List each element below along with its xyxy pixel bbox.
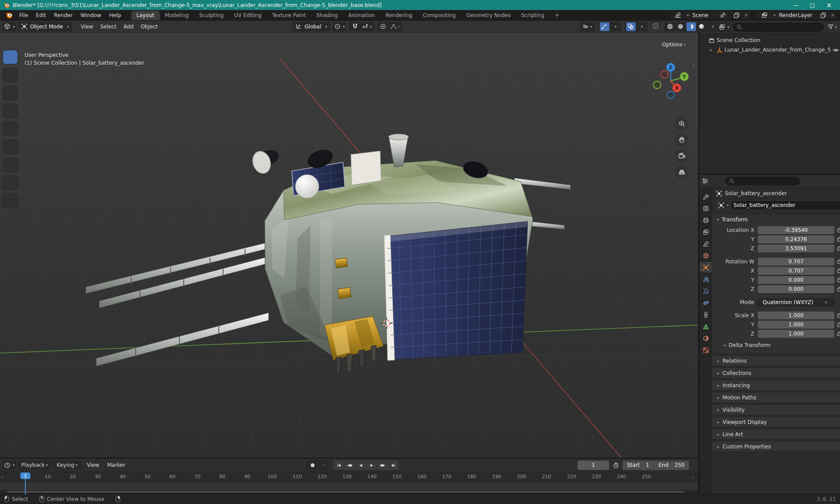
shading-dropdown[interactable]: ▾ [707, 22, 717, 31]
breadcrumb-object-name[interactable]: Solar_battery_ascender [725, 190, 787, 196]
properties-tab[interactable] [700, 321, 712, 332]
keying-menu[interactable]: Keying▾ [53, 461, 81, 470]
tool-button[interactable] [3, 104, 18, 118]
playback-menu[interactable]: Playback▾ [18, 461, 52, 470]
lock-icon[interactable] [834, 227, 840, 233]
tool-button[interactable] [3, 50, 18, 64]
remove-icon[interactable]: × [831, 12, 835, 18]
transform-value-field[interactable]: Quaternion (WXYZ)▾ [758, 298, 834, 306]
workspace-tab[interactable]: Compositing [417, 11, 461, 20]
blender-menu-logo-icon[interactable] [5, 11, 13, 19]
end-frame-field[interactable]: End250 [654, 462, 689, 468]
transform-value-field[interactable]: 3.53091▾ [758, 245, 834, 252]
auto-key-toggle[interactable] [308, 461, 317, 469]
timeline-view-menu[interactable]: View [83, 462, 103, 468]
snap-toggle[interactable] [350, 22, 360, 31]
transform-value-field[interactable]: 1.000▾ [758, 330, 834, 338]
tool-button[interactable] [3, 140, 18, 154]
properties-search-input[interactable] [725, 177, 800, 186]
properties-section-header[interactable]: ▸ Line Art ∷∷ [712, 429, 840, 440]
object-name-field[interactable]: Solar_battery_ascender [731, 200, 840, 210]
tool-button[interactable] [3, 68, 18, 82]
properties-tab[interactable] [700, 250, 712, 261]
properties-tab[interactable] [700, 309, 712, 320]
playhead[interactable]: 1 [25, 473, 26, 494]
mode-selector[interactable]: Object Mode ▾ [18, 22, 72, 32]
ruler-expand-left[interactable]: › [1, 474, 3, 480]
tool-button[interactable] [3, 158, 18, 172]
transport-button[interactable]: ◀◆ [344, 460, 355, 470]
transform-value-field[interactable]: 0.000▾ [758, 285, 834, 293]
app-menu-item[interactable]: Help [105, 10, 125, 20]
zoom-button[interactable] [675, 117, 688, 130]
navigation-gizmo[interactable]: Z Y X [651, 62, 691, 102]
transform-value-field[interactable]: 0.000▾ [758, 276, 834, 284]
timeline-marker-menu[interactable]: Marker [103, 462, 129, 468]
outliner-display-mode[interactable]: ▾ [718, 22, 731, 32]
properties-editor-icon[interactable] [702, 178, 708, 184]
selectability-dropdown[interactable]: ▾ [581, 22, 594, 31]
tool-button[interactable] [3, 194, 18, 207]
properties-tab[interactable] [700, 238, 712, 249]
timeline-editor-type[interactable]: ▾ [3, 460, 16, 470]
snap-settings[interactable]: ▾ [360, 22, 373, 31]
falloff-selector[interactable]: ▾ [389, 22, 402, 31]
maximize-button[interactable]: □ [805, 0, 820, 10]
show-overlays-toggle[interactable] [626, 22, 636, 31]
properties-section-header[interactable]: ▸ Viewport Display ∷∷ [712, 416, 840, 427]
pan-button[interactable] [675, 133, 688, 146]
shading-rendered-button[interactable] [697, 22, 707, 31]
scene-selector[interactable]: ▾ Scene × [669, 11, 751, 20]
editor-type-selector[interactable]: ▾ [3, 22, 16, 32]
close-button[interactable]: × [822, 0, 836, 10]
overlays-dropdown[interactable]: ▾ [637, 22, 646, 31]
tool-button[interactable] [3, 86, 18, 100]
lock-icon[interactable] [834, 259, 840, 264]
app-menu-item[interactable]: Edit [32, 10, 50, 20]
properties-section-header[interactable]: ▸ Collections ∷∷ [712, 368, 840, 378]
pin-icon[interactable] [720, 12, 726, 18]
outliner-item-label[interactable]: Scene Collection [717, 37, 840, 43]
viewport-menu-item[interactable]: Select [97, 24, 120, 30]
properties-section-header[interactable]: ▸ Custom Properties ∷∷ [712, 441, 840, 452]
lock-icon[interactable] [834, 236, 840, 242]
transform-value-field[interactable]: 0.707▾ [758, 267, 834, 275]
transform-value-field[interactable]: 1.000▾ [758, 312, 834, 319]
lock-icon[interactable] [834, 245, 840, 251]
viewport-menu-item[interactable]: Add [120, 24, 137, 30]
workspace-tab[interactable]: Texture Paint [267, 11, 311, 20]
delta-transform-section[interactable]: ▸Delta Transform [712, 340, 840, 350]
lock-icon[interactable] [834, 322, 840, 327]
expand-arrow[interactable]: ▸ [710, 48, 714, 52]
workspace-tab[interactable]: Rendering [380, 11, 417, 20]
pivot-point-selector[interactable]: ▾ [333, 22, 346, 32]
viewport-menu-item[interactable]: View [77, 24, 97, 30]
show-gizmo-toggle[interactable] [600, 22, 609, 31]
ruler-collapse-right[interactable]: ‹ [692, 474, 694, 480]
transform-value-field[interactable]: -0.39540▾ [758, 226, 834, 234]
transport-button[interactable]: |◀ [333, 460, 344, 470]
transform-panel-header[interactable]: ▾ Transform ∷∷ [712, 214, 840, 225]
xray-toggle[interactable] [651, 22, 661, 31]
start-frame-field[interactable]: Start1 [623, 462, 654, 468]
ortho-toggle-button[interactable] [675, 165, 688, 178]
workspace-tab[interactable]: Scripting [516, 11, 550, 20]
region-collapse-arrow[interactable]: ‹ [693, 62, 695, 67]
minimize-button[interactable]: — [788, 0, 803, 10]
transform-value-field[interactable]: 0.707▾ [758, 258, 834, 266]
app-menu-item[interactable]: Render [50, 10, 77, 20]
camera-view-button[interactable] [675, 149, 688, 162]
lock-icon[interactable] [834, 286, 840, 292]
proportional-edit-toggle[interactable] [378, 22, 388, 31]
transform-value-field[interactable]: 1.000▾ [758, 321, 834, 329]
tool-button[interactable] [3, 176, 18, 189]
timeline-track[interactable] [0, 482, 698, 490]
lock-icon[interactable] [834, 268, 840, 273]
stopwatch-icon[interactable] [612, 462, 619, 469]
outliner-row[interactable]: Scene Collection [699, 35, 840, 45]
transport-button[interactable]: ◆▶ [377, 460, 388, 470]
properties-tab[interactable] [700, 298, 712, 308]
viewport-canvas[interactable]: User Perspective (1) Scene Collection | … [0, 33, 698, 458]
workspace-tab[interactable]: Layout [131, 11, 160, 20]
app-menu-item[interactable]: Window [77, 10, 105, 20]
